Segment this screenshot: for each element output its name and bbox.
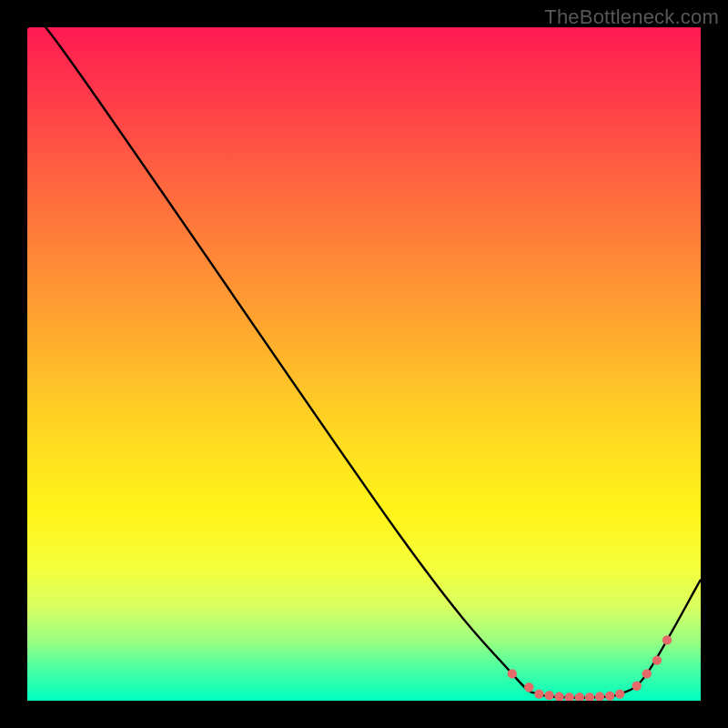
bottleneck-curve: [27, 27, 701, 698]
bead-marker: [642, 669, 652, 678]
bead-marker: [554, 692, 563, 701]
watermark-text: TheBottleneck.com: [544, 5, 719, 29]
bead-marker: [544, 691, 553, 700]
chart-frame: TheBottleneck.com: [0, 0, 728, 728]
bead-marker: [575, 693, 584, 701]
bead-marker: [565, 693, 574, 701]
bead-marker: [508, 669, 517, 678]
bead-marker: [534, 689, 543, 698]
bead-marker: [662, 635, 672, 644]
bead-marker: [605, 692, 614, 701]
plot-area: [27, 27, 701, 701]
bead-marker: [595, 692, 604, 701]
bead-marker: [632, 682, 642, 691]
bead-marker: [524, 682, 533, 692]
curve-svg: [27, 27, 701, 701]
bead-marker: [652, 655, 662, 664]
bead-marker: [615, 689, 624, 698]
bead-markers: [508, 635, 672, 701]
bead-marker: [585, 693, 594, 701]
